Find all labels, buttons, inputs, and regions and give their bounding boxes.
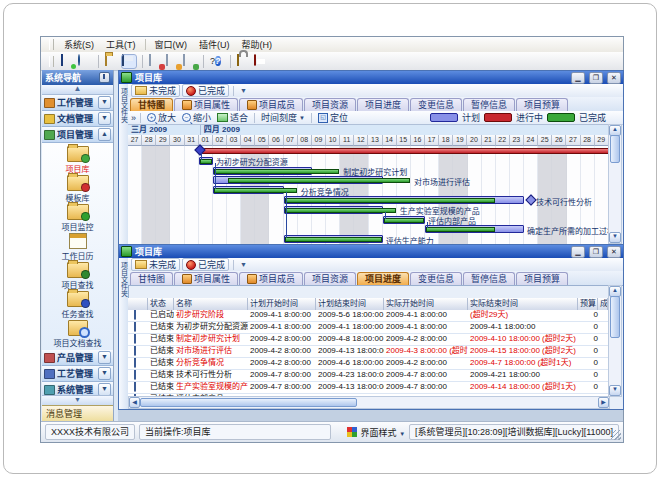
table-row[interactable]: 已结束对市场进行评估2009-4-2 8:00:002009-4-13 18:0… (128, 346, 608, 358)
task-actual-bar[interactable] (214, 188, 297, 193)
table-row[interactable]: 已结束生产实验室规模的产品2009-4-7 8:00:002009-4-13 1… (128, 382, 608, 394)
column-header-icon[interactable] (128, 298, 148, 310)
sidebar-group-4[interactable]: 产品管理▼ (42, 350, 113, 366)
sidebar-scroll-down-button[interactable]: ▼ (42, 395, 113, 405)
gantt-tab-暂停信息[interactable]: 暂停信息 (463, 98, 515, 111)
gantt-vertical-scrollbar[interactable]: ▲ ▼ (608, 124, 622, 244)
sidebar-item-工作日历[interactable]: 工作日历 (42, 232, 113, 261)
interface-style-button[interactable]: 界面样式 ▼ (361, 426, 405, 439)
system-icon[interactable] (61, 55, 75, 68)
column-header-实际开始时间[interactable]: 实际开始时间 (384, 298, 468, 310)
minimize-button[interactable]: ▁ (571, 246, 585, 258)
gantt-tab-项目预算[interactable]: 项目预算 (516, 98, 568, 111)
sidebar-group-2[interactable]: 文档管理▼ (42, 111, 113, 127)
task-actual-bar[interactable] (384, 218, 424, 223)
fit-button[interactable]: 适合 (215, 111, 250, 124)
pin-icon[interactable] (99, 72, 110, 83)
table-row[interactable]: 已启动初步研究阶段2009-4-1 8:00:002009-5-6 18:00:… (128, 310, 608, 322)
close-button[interactable]: ✕ (607, 72, 621, 84)
sidebar-item-项目监控[interactable]: 项目监控 (42, 203, 113, 232)
sidebar-group-5[interactable]: 工艺管理▼ (42, 366, 113, 382)
table-row[interactable]: 已结束技术可行性分析2009-4-7 8:00:002009-4-23 18:0… (128, 370, 608, 382)
finished-button[interactable]: 已完成 (182, 258, 229, 271)
column-header-成[interactable]: 成 (598, 298, 608, 310)
chevron-down-icon[interactable]: ▼ (98, 351, 111, 364)
sidebar-item-项目查找[interactable]: 项目查找 (42, 261, 113, 290)
table-tab-项目预算[interactable]: 项目预算 (516, 272, 568, 285)
chevron-down-icon[interactable]: ▼ (98, 367, 111, 380)
close-button[interactable]: ✕ (607, 246, 621, 258)
sidebar-header[interactable]: 系统导航 (42, 70, 113, 85)
column-header-实际结束时间[interactable]: 实际结束时间 (468, 298, 578, 310)
open-folder-icon[interactable] (105, 55, 119, 68)
table-horizontal-scrollbar[interactable]: ◀ ▶ (128, 396, 610, 409)
gantt-tab-项目资源[interactable]: 项目资源 (304, 98, 356, 111)
sidebar-item-模板库[interactable]: 模板库 (42, 174, 113, 203)
report-orange-icon[interactable] (166, 55, 180, 68)
gantt-tab-甘特图[interactable]: 甘特图 (130, 98, 173, 111)
toolbar-overflow-button[interactable]: ▼ (238, 87, 249, 94)
table-vertical-scrollbar[interactable]: ▲ ▼ (608, 285, 622, 397)
sidebar-group-1[interactable]: 工作管理▼ (42, 95, 113, 111)
lock-icon[interactable] (237, 55, 251, 68)
task-actual-bar[interactable] (228, 178, 410, 183)
column-header-状态[interactable]: 状态 (148, 298, 174, 310)
table-row[interactable]: 已结束为初步研究分配资源2009-4-1 8:00:002009-4-1 18:… (128, 322, 608, 334)
scroll-down-button[interactable]: ▼ (609, 385, 621, 396)
table-tab-暂停信息[interactable]: 暂停信息 (463, 272, 515, 285)
chevron-down-icon[interactable]: ▼ (98, 112, 111, 125)
chevron-up-icon[interactable]: ▲ (98, 128, 111, 141)
table-tab-项目属性[interactable]: 项目属性 (174, 272, 238, 285)
sidebar-item-项目文档查找[interactable]: 项目文档查找 (42, 319, 113, 348)
chevron-down-icon[interactable]: ▼ (98, 96, 111, 109)
tab-message-management[interactable]: 消息管理 (42, 405, 113, 421)
time-scale-button[interactable]: 时间刻度▼ (259, 111, 307, 124)
gantt-tab-变更信息[interactable]: 变更信息 (410, 98, 462, 111)
menu-item-3[interactable]: 窗口(W) (149, 37, 194, 52)
scroll-thumb[interactable] (140, 398, 357, 407)
zoom-out-button[interactable]: −缩小 (180, 111, 213, 124)
locate-button[interactable]: ◱定位 (316, 111, 350, 124)
exit-icon[interactable] (254, 55, 268, 68)
task-actual-bar[interactable] (426, 227, 495, 232)
unfinished-button[interactable]: 未完成 (131, 84, 180, 97)
table-window-titlebar[interactable]: 项目库 ▁ ❐ ✕ (119, 245, 623, 258)
restore-button[interactable]: ❐ (589, 246, 603, 258)
help-icon[interactable]: ?? (210, 55, 224, 68)
restore-button[interactable]: ❐ (589, 72, 603, 84)
toolbar-overflow-button[interactable]: ▼ (238, 261, 249, 268)
column-header-计划结束时间[interactable]: 计划结束时间 (316, 298, 384, 310)
resize-grip[interactable] (611, 430, 621, 440)
column-header-名称[interactable]: 名称 (174, 298, 248, 310)
summary-bar-in-progress[interactable] (199, 148, 609, 154)
task-actual-bar[interactable] (214, 169, 339, 174)
scroll-thumb[interactable] (610, 296, 620, 338)
task-actual-bar[interactable] (285, 237, 382, 242)
table-tab-项目进度[interactable]: 项目进度 (357, 272, 409, 285)
gantt-tab-项目属性[interactable]: 项目属性 (174, 98, 238, 111)
menu-item-1[interactable]: 系统(S) (58, 37, 100, 52)
scroll-right-button[interactable]: ▶ (598, 397, 609, 408)
menu-item-2[interactable]: 工具(T) (100, 37, 142, 52)
table-tab-项目成员[interactable]: 项目成员 (239, 272, 303, 285)
gantt-tab-项目成员[interactable]: 项目成员 (239, 98, 303, 111)
internet-icon[interactable] (78, 55, 92, 68)
scroll-left-button[interactable]: ◀ (129, 397, 140, 408)
sidebar-item-任务查找[interactable]: 任务查找 (42, 290, 113, 319)
finished-button[interactable]: 已完成 (182, 84, 229, 97)
minimize-button[interactable]: ▁ (571, 72, 585, 84)
report-green-icon[interactable] (183, 55, 197, 68)
column-header-预算[interactable]: 预算 (578, 298, 598, 310)
save-icon[interactable] (122, 55, 136, 68)
gantt-overflow-chevron[interactable]: » (131, 113, 136, 123)
gantt-tab-项目进度[interactable]: 项目进度 (357, 98, 409, 111)
table-tab-甘特图[interactable]: 甘特图 (130, 272, 173, 285)
unfinished-button[interactable]: 未完成 (131, 258, 180, 271)
table-tab-变更信息[interactable]: 变更信息 (410, 272, 462, 285)
scroll-thumb[interactable] (610, 135, 620, 163)
sidebar-group-3[interactable]: 项目管理▲ (42, 127, 113, 143)
task-actual-bar[interactable] (285, 198, 495, 203)
gantt-window-titlebar[interactable]: 项目库 ▁ ❐ ✕ (119, 71, 623, 84)
sidebar-scroll-up-button[interactable]: ▲ (42, 85, 113, 95)
menu-item-4[interactable]: 插件(U) (193, 37, 236, 52)
